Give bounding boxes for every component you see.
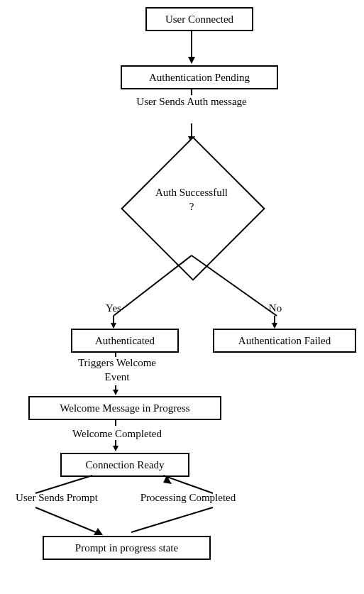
node-label: Authenticated <box>95 335 155 346</box>
edge-label-triggers-welcome: Triggers Welcome Event <box>71 356 163 384</box>
edge-text: Welcome Completed <box>72 428 162 439</box>
edge-label-sends-auth: User Sends Auth message <box>135 95 248 109</box>
node-welcome-progress: Welcome Message in Progress <box>28 396 221 420</box>
node-prompt-progress: Prompt in progress state <box>43 536 211 560</box>
node-label: Prompt in progress state <box>75 542 178 554</box>
svg-marker-8 <box>111 323 116 329</box>
node-label: Welcome Message in Progress <box>60 402 189 414</box>
edge-label-processing-completed: Processing Completed <box>128 491 248 505</box>
arrow-icon <box>110 316 117 330</box>
node-connection-ready: Connection Ready <box>60 453 189 477</box>
edge-text: Triggers Welcome Event <box>78 357 156 383</box>
svg-marker-10 <box>272 323 277 329</box>
node-auth-failed: Authentication Failed <box>213 329 356 353</box>
svg-marker-13 <box>113 390 118 395</box>
node-authenticated: Authenticated <box>71 329 179 353</box>
edge-label-welcome-completed: Welcome Completed <box>64 427 170 441</box>
arrow-icon <box>271 316 278 330</box>
edge-text: Processing Completed <box>140 492 236 503</box>
node-label: Authentication Failed <box>238 335 331 346</box>
node-user-connected: User Connected <box>145 7 253 31</box>
svg-marker-16 <box>113 446 118 451</box>
svg-line-18 <box>35 507 99 534</box>
node-label: User Connected <box>165 13 233 25</box>
arrow-icon <box>188 30 195 65</box>
edge-text: No <box>269 302 282 314</box>
decision-label: Auth Successfull ? <box>153 186 231 214</box>
edge-label-yes: Yes <box>99 302 128 316</box>
node-auth-pending: Authentication Pending <box>121 65 278 89</box>
edge-label-sends-prompt: User Sends Prompt <box>4 491 110 505</box>
decision-text: Auth Successfull ? <box>155 187 228 212</box>
svg-line-21 <box>131 507 213 532</box>
svg-marker-1 <box>188 57 195 64</box>
edge-text: User Sends Prompt <box>16 492 98 503</box>
edge-text: Yes <box>106 302 121 314</box>
node-label: Authentication Pending <box>149 72 250 83</box>
node-label: Connection Ready <box>85 459 164 471</box>
edge-label-no: No <box>261 302 289 316</box>
edge-text: User Sends Auth message <box>136 96 246 107</box>
svg-marker-19 <box>94 528 103 535</box>
